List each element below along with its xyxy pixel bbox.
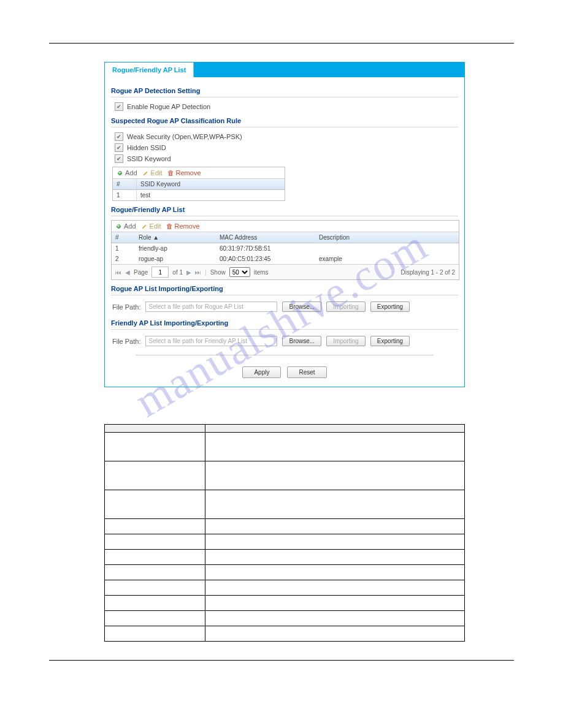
ssid-kw-row[interactable]: 1 test (113, 190, 285, 200)
add-button[interactable]: Add (115, 222, 136, 230)
table-row[interactable]: 1 friendly-ap 60:31:97:7D:5B:51 (112, 243, 459, 254)
checkbox-hidden-ssid[interactable]: ✔ (115, 143, 123, 152)
table-row (105, 565, 465, 580)
trash-icon: 🗑 (167, 169, 174, 176)
divider (136, 355, 434, 355)
remove-button[interactable]: 🗑Remove (167, 169, 201, 176)
divider (111, 295, 458, 295)
ssid-keyword-table: Add Edit 🗑Remove # SSID Keyword 1 test (112, 167, 285, 201)
divider (111, 97, 458, 97)
table-row (105, 461, 465, 490)
bottom-rule (49, 660, 514, 661)
page-label: Page (134, 269, 148, 276)
edit-icon (141, 223, 148, 230)
label-ssid-keyword: SSID Keyword (127, 155, 171, 162)
cell-mac: 00:A0:C5:01:23:45 (216, 254, 315, 264)
label-hidden-ssid: Hidden SSID (127, 144, 166, 151)
apply-button[interactable]: Apply (242, 366, 281, 378)
section-title-friendly-import: Friendly AP List Importing/Exporting (111, 319, 458, 327)
display-info: Displaying 1 - 2 of 2 (401, 269, 455, 276)
tabbar: Rogue/Friendly AP List (105, 63, 464, 77)
tab-rogue-friendly[interactable]: Rogue/Friendly AP List (105, 63, 194, 77)
section-title-rogue-import: Rogue AP List Importing/Exporting (111, 285, 458, 292)
edit-button[interactable]: Edit (142, 169, 163, 176)
divider (111, 329, 458, 330)
table-row (105, 596, 465, 611)
show-select[interactable]: 50 (229, 267, 250, 277)
plus-icon (115, 223, 122, 230)
ssid-kw-toolbar: Add Edit 🗑Remove (113, 167, 285, 179)
aplist-toolbar: Add Edit 🗑Remove (112, 221, 459, 232)
table-row[interactable]: 2 rogue-ap 00:A0:C5:01:23:45 example (112, 254, 459, 264)
cell-desc (315, 244, 459, 253)
col-role[interactable]: Role ▲ (135, 232, 216, 243)
col-desc[interactable]: Description (315, 232, 459, 243)
show-label: Show (210, 269, 226, 276)
friendly-file-input[interactable]: Select a file path for Friendly AP List (145, 336, 277, 346)
table-row (105, 519, 465, 534)
col-idx[interactable]: # (112, 232, 135, 243)
browse-button[interactable]: Browse... (282, 301, 321, 312)
cell-mac: 60:31:97:7D:5B:51 (216, 244, 315, 253)
aplist-header: # Role ▲ MAC Address Description (112, 232, 459, 243)
col-mac[interactable]: MAC Address (216, 232, 315, 243)
exporting-button[interactable]: Exporting (370, 301, 410, 312)
edit-icon (142, 170, 149, 176)
cell-role: friendly-ap (135, 244, 216, 253)
checkbox-ssid-keyword[interactable]: ✔ (115, 154, 123, 163)
label-enable-detection: Enable Rogue AP Detection (127, 103, 210, 110)
table-row (105, 534, 465, 550)
col-keyword: SSID Keyword (137, 179, 285, 189)
ssid-kw-header: # SSID Keyword (113, 179, 285, 190)
section-title-classification: Suspected Rogue AP Classification Rule (111, 117, 458, 124)
trash-icon: 🗑 (166, 222, 173, 230)
table-row (105, 580, 465, 596)
cell-role: rogue-ap (135, 254, 216, 264)
cell-keyword: test (137, 190, 285, 200)
divider (111, 216, 458, 216)
last-page-icon[interactable]: ⏭ (195, 269, 201, 276)
importing-button[interactable]: Importing (326, 301, 366, 312)
pager: ⏮ ◀ Page of 1 ▶ ⏭ | Show 50 items Displa… (112, 264, 459, 279)
checkbox-weak-security[interactable]: ✔ (115, 132, 123, 141)
checkbox-enable-detection[interactable]: ✔ (115, 102, 123, 111)
browse-button[interactable]: Browse... (282, 336, 321, 346)
prev-page-icon[interactable]: ◀ (125, 269, 130, 276)
cell-desc: example (315, 254, 459, 264)
section-title-aplist: Rogue/Friendly AP List (111, 206, 458, 213)
items-label: items (254, 269, 269, 276)
table-row (105, 490, 465, 519)
of-label: of 1 (172, 269, 183, 276)
section-title-detection: Rogue AP Detection Setting (111, 87, 458, 94)
file-path-label: File Path: (112, 303, 140, 311)
ap-list-table: Add Edit 🗑Remove # Role ▲ MAC Address De… (111, 220, 459, 280)
page-input[interactable] (151, 267, 169, 278)
file-path-label: File Path: (112, 338, 140, 345)
add-button[interactable]: Add (117, 169, 137, 176)
top-rule (49, 43, 514, 44)
table-row (105, 611, 465, 626)
cell-idx: 1 (113, 190, 137, 200)
next-page-icon[interactable]: ▶ (186, 269, 191, 276)
table-row (105, 626, 465, 642)
importing-button[interactable]: Importing (326, 336, 366, 346)
divider (111, 127, 458, 127)
remove-button[interactable]: 🗑Remove (166, 222, 200, 230)
cell-idx: 1 (112, 244, 135, 253)
config-panel: Rogue/Friendly AP List Rogue AP Detectio… (104, 62, 465, 387)
label-weak-security: Weak Security (Open,WEP,WPA-PSK) (127, 133, 242, 140)
exporting-button[interactable]: Exporting (370, 336, 410, 346)
edit-button[interactable]: Edit (141, 222, 161, 230)
rogue-file-input[interactable]: Select a file path for Rogue AP List (145, 301, 277, 312)
plus-icon (117, 170, 123, 176)
spec-table (104, 424, 465, 642)
first-page-icon[interactable]: ⏮ (115, 269, 121, 276)
col-idx: # (113, 179, 137, 189)
reset-button[interactable]: Reset (287, 366, 326, 378)
table-row (105, 433, 465, 461)
cell-idx: 2 (112, 254, 135, 264)
table-row (105, 550, 465, 565)
